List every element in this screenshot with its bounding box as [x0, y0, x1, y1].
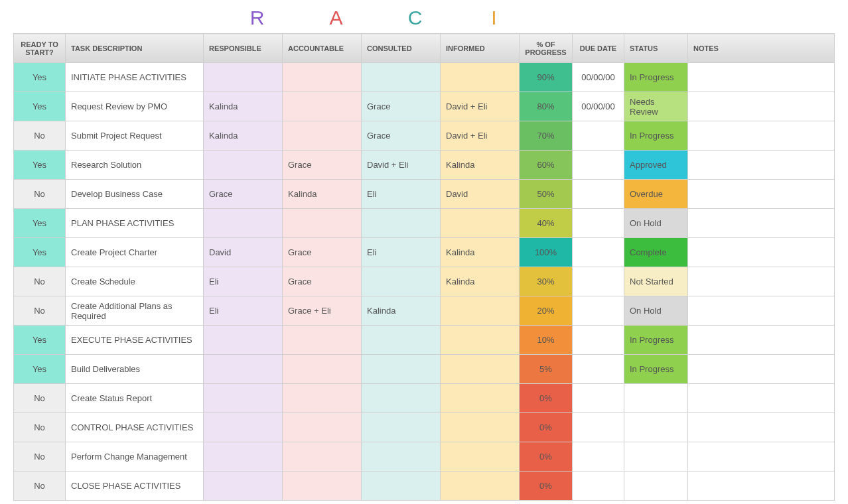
informed-cell[interactable]: [441, 384, 520, 413]
notes-cell[interactable]: [688, 151, 835, 180]
progress-cell[interactable]: 50%: [520, 180, 573, 209]
consulted-cell[interactable]: [362, 63, 441, 92]
consulted-cell[interactable]: Kalinda: [362, 296, 441, 326]
informed-cell[interactable]: Kalinda: [441, 267, 520, 296]
notes-cell[interactable]: [688, 209, 835, 238]
progress-cell[interactable]: 40%: [520, 209, 573, 238]
status-cell[interactable]: Approved: [624, 151, 688, 180]
due-cell[interactable]: [573, 442, 624, 472]
due-cell[interactable]: 00/00/00: [573, 92, 624, 121]
progress-cell[interactable]: 100%: [520, 238, 573, 267]
ready-cell[interactable]: Yes: [14, 238, 66, 267]
status-cell[interactable]: Not Started: [624, 267, 688, 296]
status-cell[interactable]: [624, 442, 688, 472]
status-cell[interactable]: In Progress: [624, 326, 688, 355]
ready-cell[interactable]: No: [14, 296, 66, 326]
task-cell[interactable]: PLAN PHASE ACTIVITIES: [66, 209, 204, 238]
informed-cell[interactable]: [441, 326, 520, 355]
accountable-cell[interactable]: [283, 121, 362, 151]
accountable-cell[interactable]: [283, 355, 362, 384]
consulted-cell[interactable]: [362, 442, 441, 472]
due-cell[interactable]: [573, 209, 624, 238]
notes-cell[interactable]: [688, 267, 835, 296]
progress-cell[interactable]: 10%: [520, 326, 573, 355]
informed-cell[interactable]: Kalinda: [441, 151, 520, 180]
notes-cell[interactable]: [688, 296, 835, 326]
status-cell[interactable]: On Hold: [624, 209, 688, 238]
informed-cell[interactable]: [441, 472, 520, 501]
accountable-cell[interactable]: [283, 384, 362, 413]
informed-cell[interactable]: David: [441, 180, 520, 209]
accountable-cell[interactable]: [283, 63, 362, 92]
consulted-cell[interactable]: Grace: [362, 92, 441, 121]
accountable-cell[interactable]: [283, 209, 362, 238]
accountable-cell[interactable]: [283, 442, 362, 472]
informed-cell[interactable]: [441, 296, 520, 326]
informed-cell[interactable]: [441, 63, 520, 92]
status-cell[interactable]: [624, 413, 688, 442]
notes-cell[interactable]: [688, 384, 835, 413]
notes-cell[interactable]: [688, 442, 835, 472]
ready-cell[interactable]: Yes: [14, 151, 66, 180]
consulted-cell[interactable]: [362, 384, 441, 413]
informed-cell[interactable]: David + Eli: [441, 121, 520, 151]
informed-cell[interactable]: [441, 209, 520, 238]
notes-cell[interactable]: [688, 413, 835, 442]
accountable-cell[interactable]: Grace + Eli: [283, 296, 362, 326]
informed-cell[interactable]: [441, 355, 520, 384]
notes-cell[interactable]: [688, 121, 835, 151]
responsible-cell[interactable]: [204, 355, 283, 384]
responsible-cell[interactable]: [204, 413, 283, 442]
status-cell[interactable]: Overdue: [624, 180, 688, 209]
task-cell[interactable]: Perform Change Management: [66, 442, 204, 472]
accountable-cell[interactable]: Kalinda: [283, 180, 362, 209]
status-cell[interactable]: On Hold: [624, 296, 688, 326]
status-cell[interactable]: Needs Review: [624, 92, 688, 121]
progress-cell[interactable]: 0%: [520, 413, 573, 442]
task-cell[interactable]: Create Status Report: [66, 384, 204, 413]
responsible-cell[interactable]: [204, 326, 283, 355]
responsible-cell[interactable]: David: [204, 238, 283, 267]
consulted-cell[interactable]: [362, 267, 441, 296]
accountable-cell[interactable]: Grace: [283, 238, 362, 267]
progress-cell[interactable]: 0%: [520, 384, 573, 413]
notes-cell[interactable]: [688, 180, 835, 209]
responsible-cell[interactable]: Kalinda: [204, 92, 283, 121]
consulted-cell[interactable]: Grace: [362, 121, 441, 151]
ready-cell[interactable]: No: [14, 413, 66, 442]
responsible-cell[interactable]: [204, 63, 283, 92]
responsible-cell[interactable]: [204, 384, 283, 413]
ready-cell[interactable]: Yes: [14, 326, 66, 355]
task-cell[interactable]: Submit Project Request: [66, 121, 204, 151]
task-cell[interactable]: INITIATE PHASE ACTIVITIES: [66, 63, 204, 92]
informed-cell[interactable]: Kalinda: [441, 238, 520, 267]
due-cell[interactable]: [573, 151, 624, 180]
due-cell[interactable]: [573, 267, 624, 296]
status-cell[interactable]: Complete: [624, 238, 688, 267]
consulted-cell[interactable]: Eli: [362, 180, 441, 209]
responsible-cell[interactable]: [204, 151, 283, 180]
due-cell[interactable]: [573, 384, 624, 413]
progress-cell[interactable]: 0%: [520, 472, 573, 501]
consulted-cell[interactable]: [362, 472, 441, 501]
responsible-cell[interactable]: Eli: [204, 267, 283, 296]
notes-cell[interactable]: [688, 92, 835, 121]
due-cell[interactable]: [573, 180, 624, 209]
status-cell[interactable]: [624, 384, 688, 413]
due-cell[interactable]: [573, 296, 624, 326]
due-cell[interactable]: [573, 238, 624, 267]
consulted-cell[interactable]: David + Eli: [362, 151, 441, 180]
informed-cell[interactable]: [441, 442, 520, 472]
ready-cell[interactable]: No: [14, 121, 66, 151]
task-cell[interactable]: Research Solution: [66, 151, 204, 180]
due-cell[interactable]: [573, 413, 624, 442]
informed-cell[interactable]: David + Eli: [441, 92, 520, 121]
task-cell[interactable]: Build Deliverables: [66, 355, 204, 384]
due-cell[interactable]: [573, 326, 624, 355]
ready-cell[interactable]: No: [14, 472, 66, 501]
task-cell[interactable]: EXECUTE PHASE ACTIVITIES: [66, 326, 204, 355]
notes-cell[interactable]: [688, 238, 835, 267]
ready-cell[interactable]: No: [14, 267, 66, 296]
responsible-cell[interactable]: Kalinda: [204, 121, 283, 151]
notes-cell[interactable]: [688, 326, 835, 355]
